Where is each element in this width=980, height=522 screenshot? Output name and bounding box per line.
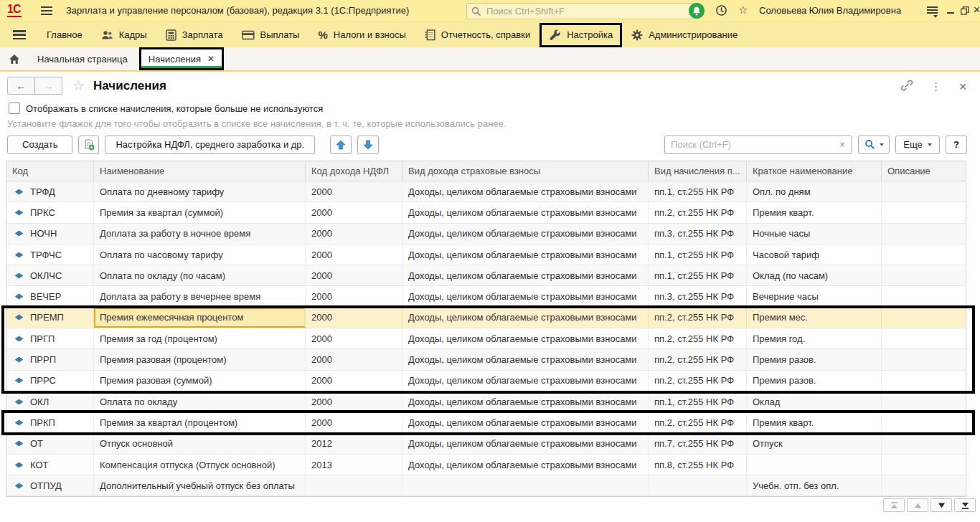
global-search-field[interactable] <box>466 3 694 19</box>
table-cell[interactable]: Доходы, целиком облагаемые страховыми вз… <box>402 349 649 369</box>
table-cell[interactable] <box>882 202 966 222</box>
show-unused-checkbox[interactable] <box>9 103 20 114</box>
table-cell[interactable]: ПРРП <box>6 349 94 369</box>
table-cell[interactable]: Доходы, целиком облагаемые страховыми вз… <box>402 434 649 454</box>
table-cell[interactable]: Премия кварт. <box>747 412 882 432</box>
tab-accruals[interactable]: Начисления ✕ <box>139 47 224 70</box>
table-cell[interactable]: 2013 <box>306 455 402 475</box>
clear-search-icon[interactable]: × <box>833 136 852 153</box>
table-cell[interactable]: пп.1, ст.255 НК РФ <box>649 265 747 285</box>
table-cell[interactable]: пп.1, ст.255 НК РФ <box>649 245 747 265</box>
table-cell[interactable]: пп.3, ст.255 НК РФ <box>649 224 747 244</box>
table-cell[interactable]: 2000 <box>306 286 402 306</box>
list-search-field[interactable]: × <box>664 136 852 154</box>
table-cell[interactable]: Доходы, целиком облагаемые страховыми вз… <box>402 328 649 348</box>
table-cell[interactable]: Часовой тариф <box>747 245 882 265</box>
more-actions-icon[interactable]: ⋮ <box>930 80 941 93</box>
table-cell[interactable]: Доходы, целиком облагаемые страховыми вз… <box>402 392 649 412</box>
column-header[interactable]: Вид дохода страховые взносы <box>402 161 649 181</box>
table-cell[interactable]: ПРГП <box>6 328 94 348</box>
table-cell[interactable]: Премия разов. <box>747 349 882 369</box>
table-cell[interactable]: 2000 <box>306 328 402 348</box>
table-cell[interactable]: 2000 <box>306 308 402 328</box>
create-button[interactable]: Создать <box>7 136 72 154</box>
table-cell[interactable]: ВЕЧЕР <box>6 286 94 306</box>
table-cell[interactable] <box>882 475 966 495</box>
get-link-icon[interactable] <box>900 79 913 94</box>
table-cell[interactable]: пп.2, ст.255 НК РФ <box>649 412 747 432</box>
table-cell[interactable]: 2000 <box>306 412 402 432</box>
table-cell[interactable]: Отпуск <box>747 434 882 454</box>
back-button[interactable]: ← <box>7 77 35 95</box>
table-cell[interactable]: Премия за год (процентом) <box>94 328 306 348</box>
scroll-to-top-button[interactable] <box>883 498 905 512</box>
table-cell[interactable]: пп.3, ст.255 НК РФ <box>649 286 747 306</box>
table-cell[interactable] <box>882 286 966 306</box>
table-row[interactable]: ОКЛЧСОплата по окладу (по часам)2000Дохо… <box>6 265 966 286</box>
table-cell[interactable] <box>882 224 966 244</box>
table-cell[interactable]: Ночные часы <box>747 224 882 244</box>
table-row[interactable]: ВЕЧЕРДоплата за работу в вечернее время2… <box>6 286 966 307</box>
service-menu-icon[interactable] <box>927 6 939 16</box>
table-cell[interactable]: Доплата за работу в ночное время <box>94 224 306 244</box>
table-row[interactable]: ОТОтпуск основной2012Доходы, целиком обл… <box>6 434 966 455</box>
table-cell[interactable]: Оплата по дневному тарифу <box>94 181 306 201</box>
list-search-input[interactable] <box>665 136 833 153</box>
table-cell[interactable]: 2000 <box>306 265 402 285</box>
table-row[interactable]: ПРКСПремия за квартал (суммой)2000Доходы… <box>6 202 966 223</box>
table-row[interactable]: ТРФЧСОплата по часовому тарифу2000Доходы… <box>6 245 966 265</box>
menu-item[interactable]: Главное <box>37 23 92 47</box>
home-icon[interactable] <box>9 54 20 65</box>
table-cell[interactable]: пп.1, ст.255 НК РФ <box>649 181 747 201</box>
table-cell[interactable]: Премия за квартал (процентом) <box>94 412 306 432</box>
scroll-page-up-button[interactable] <box>907 498 928 512</box>
table-cell[interactable]: Доходы, целиком облагаемые страховыми вз… <box>402 265 649 285</box>
table-cell[interactable]: 2012 <box>306 434 402 454</box>
table-cell[interactable]: пп.2, ст.255 НК РФ <box>649 328 747 348</box>
table-cell[interactable] <box>402 475 649 495</box>
menu-item[interactable]: Администрирование <box>622 23 747 47</box>
table-cell[interactable]: Доходы, целиком облагаемые страховыми вз… <box>402 412 649 432</box>
table-cell[interactable] <box>882 328 966 348</box>
favorites-star-icon[interactable]: ☆ <box>738 4 748 16</box>
table-cell[interactable]: ПРЕМП <box>6 308 94 328</box>
menu-item[interactable]: Отчетность, справки <box>415 23 540 47</box>
table-cell[interactable]: ПРКП <box>6 412 94 432</box>
table-cell[interactable]: Премия разовая (процентом) <box>94 349 306 369</box>
table-cell[interactable]: Премия мес. <box>747 308 882 328</box>
table-cell[interactable]: Доходы, целиком облагаемые страховыми вз… <box>402 202 649 222</box>
tab-close-icon[interactable]: ✕ <box>207 54 215 64</box>
table-cell[interactable]: Доходы, целиком облагаемые страховыми вз… <box>402 286 649 306</box>
table-cell[interactable]: 2000 <box>306 349 402 369</box>
table-cell[interactable]: Оклад (по часам) <box>747 265 882 285</box>
table-row[interactable]: ПРРППремия разовая (процентом)2000Доходы… <box>6 349 966 370</box>
table-cell[interactable] <box>882 455 966 475</box>
table-cell[interactable] <box>882 349 966 369</box>
table-row[interactable]: ПРГППремия за год (процентом)2000Доходы,… <box>6 328 966 349</box>
add-to-favorites-star-icon[interactable]: ☆ <box>72 77 85 94</box>
table-cell[interactable] <box>882 265 966 285</box>
table-cell[interactable]: 2000 <box>306 202 402 222</box>
table-cell[interactable]: ОКЛ <box>6 392 94 412</box>
table-cell[interactable]: ОКЛЧС <box>6 265 94 285</box>
table-cell[interactable]: 2000 <box>306 392 402 412</box>
table-cell[interactable]: пп.2, ст.255 НК РФ <box>649 308 747 328</box>
table-cell[interactable]: пп.2, ст.255 НК РФ <box>649 349 747 369</box>
table-cell[interactable]: пп.8, ст.255 НК РФ <box>649 455 747 475</box>
table-cell[interactable] <box>747 455 882 475</box>
column-header[interactable]: Наименование <box>94 161 306 181</box>
table-cell[interactable]: Премия за квартал (суммой) <box>94 202 306 222</box>
table-cell[interactable]: Премия разовая (суммой) <box>94 371 306 391</box>
table-cell[interactable]: пп.7, ст.255 НК РФ <box>649 434 747 454</box>
close-window-icon[interactable]: ✕ <box>973 4 980 15</box>
forward-button[interactable]: → <box>35 77 62 95</box>
menu-item[interactable]: Настройка <box>540 23 622 47</box>
table-cell[interactable]: Доходы, целиком облагаемые страховыми вз… <box>402 455 649 475</box>
table-cell[interactable] <box>882 434 966 454</box>
ndfl-settings-button[interactable]: Настройка НДФЛ, среднего заработка и др. <box>105 136 315 154</box>
table-cell[interactable]: Оплата по окладу (по часам) <box>94 265 306 285</box>
help-button[interactable]: ? <box>946 136 967 154</box>
table-cell[interactable] <box>882 371 966 391</box>
table-cell[interactable]: ОТ <box>6 434 94 454</box>
table-cell[interactable]: Доплата за работу в вечернее время <box>94 286 306 306</box>
